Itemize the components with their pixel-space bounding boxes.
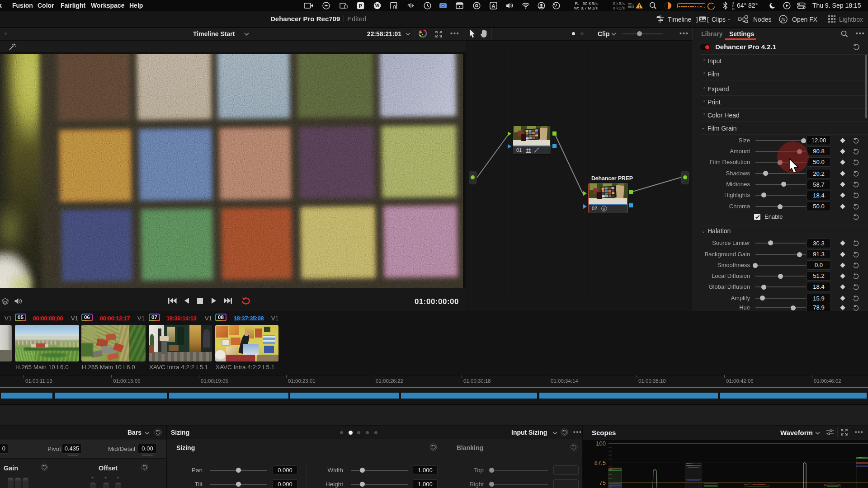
svg-text:]: ] xyxy=(696,16,698,23)
svg-text:[: [ xyxy=(707,16,709,23)
svg-text:P: P xyxy=(359,3,362,9)
svg-text:fx: fx xyxy=(781,17,785,22)
svg-text:+: + xyxy=(858,46,860,50)
svg-text:A: A xyxy=(492,3,495,9)
svg-text:W: W xyxy=(375,3,380,8)
svg-text:fx: fx xyxy=(603,207,606,211)
